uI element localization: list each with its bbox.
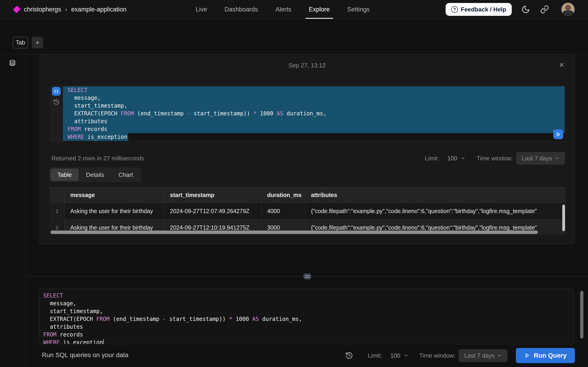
chevron-down-icon (554, 156, 560, 161)
breadcrumb-org[interactable]: christophergs (24, 6, 61, 13)
row-number: 1 (50, 203, 65, 219)
top-nav: christophergs › example-application Live… (0, 0, 588, 19)
column-header-duration_ms[interactable]: duration_ms (261, 187, 305, 203)
sql-line: message, (63, 94, 565, 102)
query-history-button[interactable] (53, 99, 60, 105)
time-window-dropdown[interactable]: Last 7 days (459, 349, 508, 362)
nav-item-settings[interactable]: Settings (347, 0, 370, 19)
sql-line: WHERE is_exception (63, 133, 565, 141)
view-tab-chart[interactable]: Chart (112, 169, 140, 181)
sql-line: FROM records (40, 331, 573, 339)
column-header-start_timestamp[interactable]: start_timestamp (164, 187, 261, 203)
question-circle-icon: ? (451, 6, 458, 13)
nav-item-dashboards[interactable]: Dashboards (225, 0, 258, 19)
sql-line: WHERE is_exception (40, 339, 573, 344)
breadcrumb: christophergs › example-application (24, 0, 126, 19)
nav-item-alerts[interactable]: Alerts (275, 0, 291, 19)
result-summary: Returned 2 rows in 27 milliseconds. (52, 155, 146, 162)
table-row[interactable]: 1Asking the user for their birthday2024-… (50, 203, 566, 219)
query-timestamp: Sep 27, 13:12 (40, 62, 575, 69)
copy-sql-to-editor-button[interactable] (52, 87, 61, 96)
moon-icon (521, 5, 530, 14)
grip-dots-icon (305, 275, 309, 278)
limit-dropdown[interactable]: 100 (447, 155, 466, 162)
limit-label: Limit: (425, 155, 439, 162)
time-window-label: Time window: (419, 352, 456, 359)
view-tab-details[interactable]: Details (79, 169, 111, 181)
cell-attributes: {"code.filepath":"example.py","code.line… (305, 203, 566, 219)
limit-dropdown[interactable]: 100 (390, 352, 409, 359)
avatar-image (565, 5, 571, 11)
user-avatar[interactable] (561, 3, 575, 16)
code-icon (53, 89, 59, 94)
sql-line: start_timestamp, (40, 307, 573, 315)
sql-line: message, (40, 300, 573, 307)
breadcrumb-separator-icon: › (65, 6, 67, 13)
play-icon (524, 352, 530, 359)
limit-label: Limit: (368, 352, 382, 359)
table-vertical-scrollbar[interactable] (562, 205, 565, 231)
editor-action-bar: Run SQL queries on your data Limit: 100 … (26, 344, 588, 367)
feedback-help-label: Feedback / Help (461, 6, 506, 13)
run-query-button[interactable]: Run Query (516, 348, 575, 363)
sql-line: SELECT (63, 86, 565, 94)
rerun-query-button[interactable] (553, 129, 563, 139)
main-nav: LiveDashboardsAlertsExploreSettings (196, 0, 370, 19)
sql-line: SELECT (40, 292, 573, 300)
chevron-down-icon (460, 156, 466, 161)
logfire-logo-icon[interactable] (13, 6, 20, 13)
nav-item-live[interactable]: Live (196, 0, 207, 19)
chevron-down-icon (404, 353, 409, 358)
database-icon (9, 60, 16, 67)
query-history-button[interactable] (345, 352, 353, 359)
cell-start-timestamp: 2024-09-27T12:07:49.264279Z (164, 203, 261, 219)
history-icon (53, 99, 60, 105)
query-tab[interactable]: Tab (13, 37, 28, 48)
cell-message: Asking the user for their birthday (65, 203, 164, 219)
share-link-button[interactable] (540, 5, 549, 14)
resize-drag-handle[interactable] (303, 273, 311, 279)
table-horizontal-scrollbar[interactable] (51, 231, 538, 234)
table-header-row: messagestart_timestampduration_msattribu… (50, 187, 566, 203)
query-sql-block: SELECT message, start_timestamp, EXTRACT… (50, 85, 565, 142)
sql-editor[interactable]: SELECT message, start_timestamp, EXTRACT… (39, 289, 574, 344)
results-table: messagestart_timestampduration_msattribu… (50, 187, 566, 235)
limit-value: 100 (447, 155, 457, 162)
result-view-tabs: TableDetailsChart (49, 167, 141, 182)
play-icon (555, 131, 561, 137)
row-number-header (50, 187, 65, 203)
editor-vertical-scrollbar[interactable] (580, 291, 583, 339)
schema-sidebar-button[interactable] (9, 60, 16, 67)
column-header-message[interactable]: message (65, 187, 164, 203)
add-tab-button[interactable]: + (32, 37, 43, 48)
sql-line: FROM records (63, 125, 565, 133)
sql-line: attributes (40, 323, 573, 331)
limit-value: 100 (390, 352, 400, 359)
time-window-value: Last 7 days (522, 155, 552, 162)
time-window-label: Time window: (477, 155, 513, 162)
run-query-label: Run Query (534, 352, 567, 359)
close-icon[interactable]: ✕ (559, 61, 565, 69)
sidebar-divider (26, 54, 26, 367)
query-result-card: Sep 27, 13:12 ✕ SELECT message, start_ti… (39, 54, 575, 244)
column-header-attributes[interactable]: attributes (305, 187, 566, 203)
text-cursor (103, 339, 104, 344)
time-window-dropdown[interactable]: Last 7 days (516, 152, 565, 165)
feedback-help-button[interactable]: ? Feedback / Help (446, 3, 512, 16)
view-tab-table[interactable]: Table (51, 169, 78, 181)
link-icon (540, 5, 549, 14)
chevron-down-icon (497, 353, 502, 358)
sql-line: start_timestamp, (63, 102, 565, 110)
editor-hint: Run SQL queries on your data (42, 351, 128, 359)
sql-line: attributes (63, 117, 565, 125)
sql-line: EXTRACT(EPOCH FROM (end_timestamp - star… (40, 315, 573, 323)
sql-line: EXTRACT(EPOCH FROM (end_timestamp - star… (63, 110, 565, 117)
nav-item-explore[interactable]: Explore (309, 0, 330, 19)
time-window-value: Last 7 days (464, 352, 495, 359)
dark-mode-toggle[interactable] (521, 5, 530, 14)
executed-sql-code[interactable]: SELECT message, start_timestamp, EXTRACT… (63, 85, 565, 141)
history-icon (345, 352, 353, 359)
breadcrumb-project[interactable]: example-application (71, 6, 126, 13)
cell-duration-ms: 4000 (261, 203, 305, 219)
